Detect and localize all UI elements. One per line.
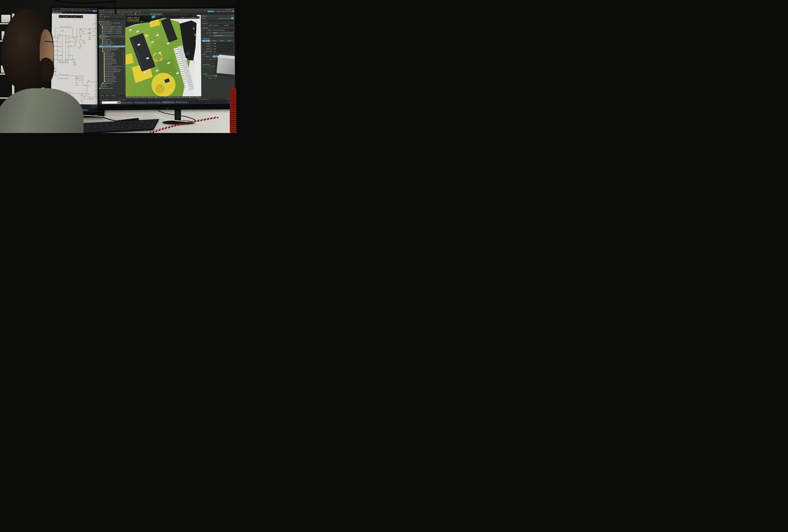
panel-tool-icon[interactable]: ▤ bbox=[100, 16, 101, 17]
model-type-option[interactable]: Sphere bbox=[226, 40, 234, 42]
tab-pcbdoc[interactable]: Smart block.PcbDoc bbox=[150, 13, 162, 15]
layer-tab[interactable]: [5] GND2 bbox=[161, 97, 168, 98]
pin-icon[interactable]: ⊽ bbox=[233, 15, 234, 17]
panel-tab[interactable]: Projects bbox=[99, 95, 105, 97]
layer-scroll-right-icon[interactable]: ▶ bbox=[130, 97, 131, 98]
layer-scroll-left-icon[interactable]: ◀ bbox=[129, 97, 130, 98]
windows-search-box[interactable] bbox=[102, 101, 121, 104]
taskbar-app[interactable]: Login - Google Chro... bbox=[121, 101, 134, 103]
layer-select[interactable]: Bottom 3D Body bbox=[213, 34, 234, 37]
x-field[interactable]: 90.872mm bbox=[213, 24, 223, 26]
panel-tab[interactable]: Explorer bbox=[105, 95, 110, 97]
doc-tab-pwr[interactable]: [5] PWR.SchDoc bbox=[52, 11, 63, 14]
taskbar-app[interactable]: EcoSBV1.PrjPcb - Alti... bbox=[161, 101, 175, 103]
model-type-option[interactable]: Generic bbox=[202, 40, 210, 42]
layer-tab[interactable]: [7] PWR bbox=[175, 97, 180, 98]
menu-item[interactable]: Route bbox=[124, 11, 129, 13]
menu-item[interactable]: Edit bbox=[102, 12, 105, 13]
start-button[interactable]: ⊞ bbox=[100, 102, 101, 103]
viewport-tool-icon[interactable]: ● bbox=[198, 17, 199, 18]
section-display[interactable]: Display bbox=[203, 73, 207, 75]
panel-tab[interactable]: Messages bbox=[110, 95, 117, 97]
layer-tab[interactable]: [4] Signal 2 bbox=[155, 97, 161, 98]
encata-label[interactable]: EnCata Concord Pro bbox=[223, 11, 233, 12]
identifier-field[interactable]: ESP32-C6-WROOM v3 bbox=[213, 29, 234, 31]
pcb-3d-viewport[interactable]: x: 83,200 dx: -6,900 mm y: 91,400 dy: 8,… bbox=[125, 15, 201, 97]
model-type-option[interactable]: Cylinder bbox=[218, 40, 226, 42]
menu-item[interactable]: Reports bbox=[83, 10, 87, 11]
panel-close-icon[interactable]: ✕ bbox=[123, 14, 124, 15]
layer-tab[interactable]: [3] Signal 1 bbox=[148, 97, 155, 98]
viewport-tool-icon[interactable]: ▦ bbox=[183, 17, 184, 18]
tree-row[interactable]: Project Group 1.DsnWrk bbox=[99, 87, 125, 89]
menu-item[interactable]: View bbox=[58, 10, 62, 11]
override-color-checkbox[interactable] bbox=[213, 75, 215, 77]
menu-item[interactable]: Place bbox=[113, 12, 117, 13]
menu-item[interactable]: Design bbox=[70, 10, 74, 11]
viewport-tool-icon[interactable]: / bbox=[197, 17, 197, 18]
menu-item[interactable]: Tools bbox=[74, 10, 78, 11]
minimize-icon[interactable]: — bbox=[231, 9, 232, 10]
tab-home[interactable]: ⌂Home Page bbox=[125, 13, 134, 15]
menu-item[interactable]: Window bbox=[87, 10, 92, 11]
viewport-tool-icon[interactable]: ◡ bbox=[175, 17, 176, 18]
avatar[interactable] bbox=[233, 11, 234, 12]
model-type-option[interactable]: Extruded bbox=[210, 40, 218, 42]
caret-down-icon[interactable]: ▾ bbox=[232, 15, 232, 17]
taskbar-app[interactable]: BDC-0301-Direct Driv... bbox=[134, 101, 147, 103]
viewport-tool-icon[interactable]: ▢ bbox=[179, 17, 180, 18]
share-button[interactable]: ↗ Share bbox=[216, 11, 221, 12]
y-field[interactable]: 83.694mm bbox=[223, 24, 234, 26]
section-snap-points[interactable]: Snap Points bbox=[203, 64, 210, 65]
menu-item[interactable]: Window bbox=[133, 11, 138, 13]
panel-caret-icon[interactable]: ▾ bbox=[121, 14, 121, 15]
menu-item[interactable]: Project bbox=[109, 12, 113, 13]
board-side-select[interactable]: Bottom bbox=[213, 32, 234, 34]
search-label[interactable]: Search bbox=[228, 9, 231, 10]
projects-search[interactable]: Search bbox=[99, 18, 124, 20]
rotation-z-field[interactable]: 0,000 bbox=[213, 48, 234, 50]
panel-tool-icon[interactable]: ⚙ bbox=[108, 16, 109, 17]
layer-tab[interactable]: Top Overlay bbox=[189, 97, 196, 98]
opacity-field[interactable]: 100% bbox=[213, 77, 218, 79]
rotation-y-field[interactable]: 0,000 bbox=[213, 45, 234, 47]
standoff-field[interactable]: 0mm bbox=[213, 51, 234, 53]
maximize-icon[interactable]: ▢ bbox=[233, 9, 234, 10]
layer-tab[interactable]: [1] Component Side bbox=[131, 97, 141, 98]
layer-tab[interactable]: [6] Signal 3 bbox=[168, 97, 175, 98]
tray-expand-icon[interactable]: ^ bbox=[227, 101, 228, 102]
override-color-swatch[interactable] bbox=[215, 75, 217, 77]
menu-item[interactable]: View bbox=[105, 12, 109, 13]
rotation-x-field[interactable]: 0,000 bbox=[213, 42, 234, 45]
viewport-tool-icon[interactable]: ▣ bbox=[193, 17, 194, 18]
menu-item[interactable]: Edit bbox=[56, 10, 58, 11]
viewport-tool-icon[interactable]: ▼ bbox=[173, 17, 174, 18]
menu-item[interactable]: Reports bbox=[129, 11, 133, 13]
viewport-tool-icon[interactable]: ▥ bbox=[181, 17, 182, 18]
properties-search[interactable]: Search bbox=[202, 20, 234, 22]
viewport-tool-icon[interactable]: A bbox=[195, 17, 196, 18]
opacity-slider[interactable] bbox=[218, 78, 234, 78]
comment-button[interactable]: 🗩 bbox=[214, 11, 216, 12]
panel-tool-icon[interactable]: ▥ bbox=[106, 16, 107, 17]
viewport-tool-icon[interactable]: ▬ bbox=[191, 17, 192, 18]
menu-item[interactable]: Help bbox=[138, 11, 141, 13]
speaker-icon[interactable]: 🕪 bbox=[228, 101, 229, 102]
taskbar-app[interactable]: EcoSBV... bbox=[82, 109, 88, 111]
layer-tab[interactable]: [2] GND1 bbox=[141, 97, 148, 98]
taskbar-app[interactable]: w_spase - app_stm32l... bbox=[148, 101, 161, 103]
panel-tool-icon[interactable]: ▲ bbox=[102, 16, 103, 17]
section-properties[interactable]: Properties bbox=[203, 27, 208, 29]
tab-schematic[interactable]: [8] Schematic Document ▾ bbox=[134, 13, 150, 16]
layer-tab[interactable]: Bottom Overlay bbox=[196, 97, 201, 98]
menu-item[interactable]: Place bbox=[66, 10, 70, 11]
filter-funnel-button[interactable]: ▼ bbox=[231, 17, 234, 19]
menu-item[interactable]: File bbox=[53, 10, 55, 11]
viewport-tool-icon[interactable]: ◠ bbox=[187, 17, 188, 18]
menu-item[interactable]: Design bbox=[117, 12, 121, 13]
menu-item[interactable]: Tools bbox=[121, 11, 124, 13]
panel-tool-icon[interactable]: ▣ bbox=[104, 16, 105, 17]
source-option[interactable]: Server bbox=[202, 56, 213, 58]
viewport-tool-icon[interactable]: ≋ bbox=[185, 17, 186, 18]
menu-item[interactable]: Simulate bbox=[78, 10, 83, 11]
